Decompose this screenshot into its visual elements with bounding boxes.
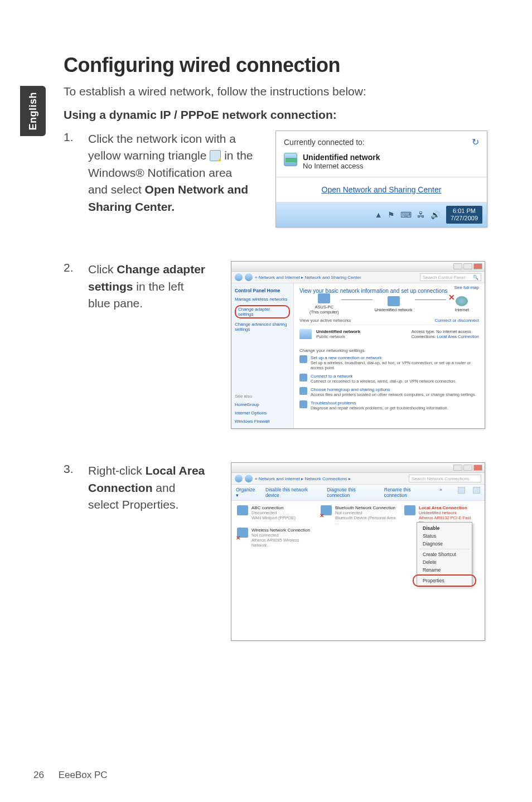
- menu-disable[interactable]: Disable: [417, 524, 472, 532]
- step-3-row: 3. Right-click Local Area Connection and…: [64, 462, 487, 641]
- toolbar: Organize ▾ Disable this network device D…: [231, 485, 485, 501]
- step-2-screenshot: « Network and Internet ▸ Network and Sha…: [231, 261, 487, 429]
- step-2-text-a: Click: [88, 263, 117, 276]
- change-adapter-settings-link[interactable]: Change adapter settings: [235, 305, 290, 318]
- windows-firewall-link[interactable]: Windows Firewall: [235, 419, 290, 424]
- step-2-number: 2.: [64, 261, 88, 312]
- breadcrumb[interactable]: « Network and Internet ▸ Network Connect…: [255, 476, 407, 481]
- active-network-name: Unidentified network: [316, 329, 407, 334]
- network-connections-window: « Network and Internet ▸ Network Connect…: [231, 462, 485, 641]
- intro-text: To establish a wired network, follow the…: [64, 85, 487, 98]
- section-subhead: Using a dynamic IP / PPPoE network conne…: [64, 108, 487, 122]
- close-button[interactable]: [473, 465, 482, 471]
- window-titlebar: [231, 463, 485, 473]
- step-2-text: Click Change adapter settings in the lef…: [88, 261, 214, 312]
- connect-disconnect-link[interactable]: Connect or disconnect: [434, 318, 479, 323]
- help-button[interactable]: [473, 487, 480, 494]
- minimize-button[interactable]: [453, 263, 462, 269]
- step-3-screenshot: « Network and Internet ▸ Network Connect…: [231, 462, 487, 641]
- left-pane: Control Panel Home Manage wireless netwo…: [231, 283, 294, 428]
- system-tray: ▲ ⚑ ⌨ 🖧 🔊 6:01 PM 7/27/2009: [276, 202, 487, 227]
- change-settings-header: Change your networking settings: [299, 348, 479, 353]
- language-tab: English: [20, 86, 46, 136]
- internet-options-link[interactable]: Internet Options: [235, 410, 290, 416]
- connection-icon: [404, 505, 415, 515]
- search-input[interactable]: Search Control Panel🔍: [420, 273, 481, 281]
- troubleshoot-icon: [299, 400, 307, 408]
- tray-icons[interactable]: ▲ ⚑ ⌨ 🖧 🔊: [375, 210, 442, 219]
- active-network-icon: [299, 329, 312, 339]
- organize-menu[interactable]: Organize ▾: [236, 487, 258, 498]
- connections-area: ABC connectionDisconnectedWAN Miniport (…: [231, 501, 485, 640]
- forward-button[interactable]: [245, 273, 253, 281]
- minimize-button[interactable]: [453, 465, 462, 471]
- active-network-type: Public network: [316, 334, 407, 339]
- connection-icon: [237, 528, 248, 538]
- step-2-row: 2. Click Change adapter settings in the …: [64, 261, 487, 429]
- network-status: No Internet access: [303, 162, 380, 170]
- local-area-connection-link[interactable]: Local Area Connection: [437, 334, 479, 339]
- search-icon: 🔍: [473, 275, 478, 280]
- diagnose-connection-button[interactable]: Diagnose this connection: [327, 487, 376, 498]
- connect-network-link[interactable]: Connect to a network: [311, 374, 456, 379]
- connect-network-icon: [299, 374, 307, 381]
- connection-icon: [237, 505, 248, 515]
- window-titlebar: [231, 262, 485, 272]
- product-name: EeeBox PC: [59, 770, 108, 780]
- connection-icon: [321, 505, 332, 515]
- map-node-pc: ASUS-PC(This computer): [309, 293, 339, 315]
- setup-connection-icon: [299, 355, 307, 363]
- step-1-number: 1.: [64, 131, 88, 215]
- language-tab-label: English: [27, 92, 39, 131]
- connection-abc[interactable]: ABC connectionDisconnectedWAN Miniport (…: [237, 505, 315, 520]
- menu-create-shortcut[interactable]: Create Shortcut: [417, 550, 472, 558]
- connection-bluetooth[interactable]: Bluetooth Network ConnectionNot connecte…: [321, 505, 399, 525]
- setup-connection-link[interactable]: Set up a new connection or network: [311, 355, 479, 360]
- homegroup-options-link[interactable]: Choose homegroup and sharing options: [311, 387, 476, 392]
- map-broken-icon: ✕: [448, 293, 455, 302]
- close-button[interactable]: [473, 263, 482, 269]
- back-button[interactable]: [235, 475, 243, 482]
- forward-button[interactable]: [245, 475, 253, 482]
- change-advanced-sharing-link[interactable]: Change advanced sharing settings: [235, 322, 290, 332]
- troubleshoot-link[interactable]: Troubleshoot problems: [311, 400, 448, 405]
- control-panel-home-link[interactable]: Control Panel Home: [235, 288, 290, 293]
- menu-properties[interactable]: Properties: [417, 577, 472, 584]
- maximize-button[interactable]: [463, 263, 472, 269]
- search-input[interactable]: Search Network Connections: [409, 475, 481, 482]
- right-pane: View your basic network information and …: [294, 283, 485, 428]
- network-sharing-center-window: « Network and Internet ▸ Network and Sha…: [231, 261, 485, 429]
- manage-wireless-link[interactable]: Manage wireless networks: [235, 297, 290, 302]
- refresh-icon[interactable]: ↻: [472, 137, 479, 147]
- view-button[interactable]: [458, 487, 465, 494]
- page-number: 26: [33, 770, 56, 781]
- map-node-network: Unidentified network: [375, 296, 413, 312]
- step-3-text: Right-click Local Area Connection and se…: [88, 462, 214, 513]
- page-footer: 26 EeeBox PC: [33, 770, 108, 781]
- popup-header: Currently connected to:: [284, 138, 365, 147]
- menu-status[interactable]: Status: [417, 532, 472, 540]
- tray-clock[interactable]: 6:01 PM 7/27/2009: [446, 206, 482, 224]
- network-warning-icon: [210, 150, 221, 161]
- tray-date: 7/27/2009: [451, 215, 478, 222]
- network-popup: Currently connected to: ↻ Unidentified n…: [275, 131, 487, 228]
- toolbar-overflow[interactable]: »: [439, 487, 442, 498]
- step-1-screenshot: Currently connected to: ↻ Unidentified n…: [275, 131, 487, 228]
- step-3-number: 3.: [64, 462, 88, 513]
- step-1-row: 1. Click the network icon with a yellow …: [64, 131, 487, 228]
- maximize-button[interactable]: [463, 465, 472, 471]
- open-network-center-link[interactable]: Open Network and Sharing Center: [322, 185, 442, 194]
- main-content: Configuring wired connection To establis…: [64, 54, 487, 674]
- active-networks-header: View your active networks: [299, 318, 351, 323]
- menu-diagnose[interactable]: Diagnose: [417, 540, 472, 548]
- menu-rename[interactable]: Rename: [417, 566, 472, 574]
- rename-connection-button[interactable]: Rename this connection: [384, 487, 432, 498]
- menu-delete[interactable]: Delete: [417, 558, 472, 566]
- connection-wireless[interactable]: Wireless Network ConnectionNot connected…: [237, 528, 315, 548]
- context-menu: Disable Status Diagnose Create Shortcut …: [417, 522, 472, 587]
- homegroup-options-icon: [299, 387, 307, 395]
- disable-device-button[interactable]: Disable this network device: [265, 487, 319, 498]
- breadcrumb[interactable]: « Network and Internet ▸ Network and Sha…: [255, 275, 418, 280]
- homegroup-link[interactable]: HomeGroup: [235, 402, 290, 407]
- back-button[interactable]: [235, 273, 243, 281]
